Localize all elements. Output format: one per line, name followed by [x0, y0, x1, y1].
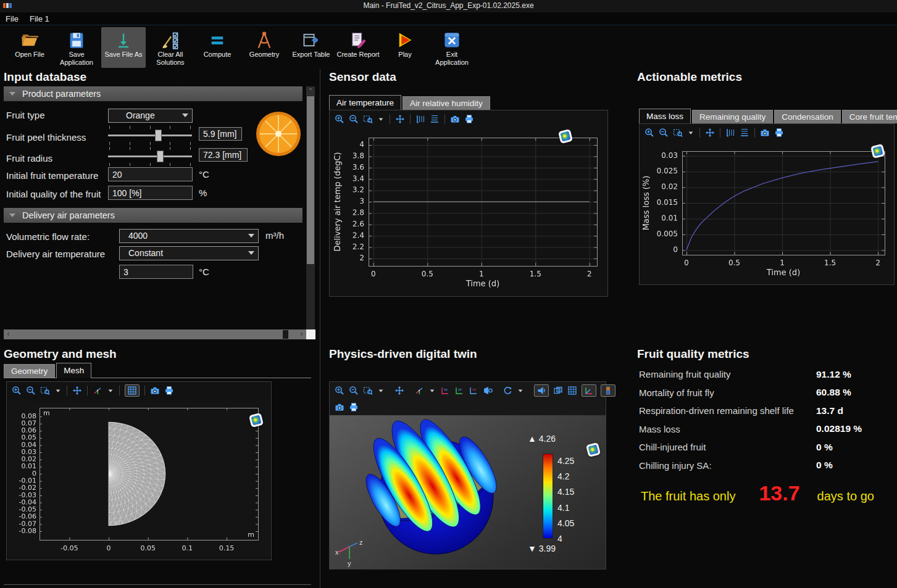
- air-temp-value-input[interactable]: [119, 265, 193, 279]
- menu-item-file[interactable]: File: [0, 12, 24, 25]
- dropdown-caret-icon[interactable]: [54, 387, 62, 394]
- camera-icon[interactable]: [760, 128, 770, 138]
- camera-icon[interactable]: [150, 386, 160, 395]
- fruit-type-select[interactable]: Orange: [108, 109, 193, 123]
- axes-3d-icon[interactable]: [414, 386, 424, 395]
- axes-3d-icon[interactable]: [93, 386, 102, 395]
- zoom-box-icon[interactable]: [363, 386, 373, 395]
- open-file-button[interactable]: Open File: [7, 27, 52, 68]
- dropdown-caret-icon[interactable]: [377, 115, 385, 123]
- clear-all-solutions-button[interactable]: Clear All Solutions: [148, 27, 193, 68]
- zoom-box-icon[interactable]: [40, 386, 50, 395]
- peel-thickness-slider[interactable]: [108, 126, 192, 144]
- scroll-right-button[interactable]: ›: [297, 329, 306, 339]
- legend-toggle-icon[interactable]: [601, 384, 615, 397]
- scroll-up-button[interactable]: ⌃: [306, 86, 315, 96]
- zoom-extents-icon[interactable]: [72, 386, 82, 395]
- scroll-left-button[interactable]: ‹: [4, 329, 13, 339]
- zoom-out-icon[interactable]: [349, 386, 359, 395]
- svg-text:xz: xz: [472, 387, 476, 391]
- toolbar-separator: [720, 128, 720, 138]
- menu-item-file-1[interactable]: File 1: [24, 12, 55, 25]
- transparency-icon[interactable]: [553, 386, 563, 395]
- dropdown-caret-icon[interactable]: [428, 387, 436, 394]
- dropdown-caret-icon[interactable]: [377, 387, 385, 394]
- print-icon[interactable]: [464, 114, 474, 124]
- metrics-tab-mass-loss[interactable]: Mass loss: [639, 109, 691, 124]
- camera-icon[interactable]: [450, 114, 460, 124]
- dropdown-caret-icon[interactable]: [687, 129, 695, 136]
- bottom-rule: [4, 584, 311, 585]
- exit-application-button[interactable]: Exit Application: [430, 27, 474, 68]
- rotate-icon[interactable]: [503, 386, 512, 395]
- flow-rate-select[interactable]: 4000: [119, 229, 259, 243]
- zoom-out-icon[interactable]: [659, 128, 669, 138]
- zoom-box-icon[interactable]: [673, 128, 683, 138]
- zoom-in-icon[interactable]: [12, 386, 22, 395]
- menubar: FileFile 1: [0, 12, 897, 25]
- zoom-extents-icon[interactable]: [395, 114, 405, 124]
- dropdown-caret-icon[interactable]: [517, 387, 524, 394]
- slider-thumb[interactable]: [155, 130, 162, 141]
- y-grid-icon[interactable]: [415, 114, 425, 124]
- y-grid-icon[interactable]: [725, 128, 735, 138]
- play-button[interactable]: Play: [383, 27, 427, 68]
- mesh-plot-canvas[interactable]: [7, 400, 270, 557]
- peel-thickness-value[interactable]: 5.9 [mm]: [199, 127, 242, 141]
- horizontal-scrollbar[interactable]: ‹ ›: [4, 329, 306, 339]
- sensor-tab-air-relative-humidity[interactable]: Air relative humidity: [403, 96, 490, 110]
- alert-days-number: 13.7: [759, 481, 799, 505]
- view-xy-icon[interactable]: xy: [440, 386, 450, 395]
- metrics-tab-core-fruit-temperature[interactable]: Core fruit temperature: [842, 110, 897, 123]
- fruit-radius-value[interactable]: 72.3 [mm]: [199, 148, 248, 162]
- x-grid-icon[interactable]: [740, 128, 749, 138]
- view-xz-icon[interactable]: xz: [469, 386, 478, 395]
- zoom-in-icon[interactable]: [645, 128, 654, 138]
- print-icon[interactable]: [164, 386, 174, 395]
- print-icon[interactable]: [349, 402, 359, 412]
- zoom-box-icon[interactable]: [363, 114, 373, 124]
- section-delivery-air-parameters[interactable]: Delivery air parameters: [4, 208, 302, 223]
- camera-icon[interactable]: [335, 402, 344, 412]
- perspective-icon[interactable]: [483, 386, 493, 395]
- zoom-out-icon[interactable]: [349, 114, 359, 124]
- scrollbar-thumb[interactable]: [283, 330, 288, 339]
- export-table-button[interactable]: Export Table: [289, 27, 333, 68]
- zoom-out-icon[interactable]: [26, 386, 36, 395]
- zoom-extents-icon[interactable]: [394, 386, 404, 395]
- fruit-radius-slider[interactable]: [108, 147, 192, 165]
- grid-toggle-icon[interactable]: [567, 386, 577, 395]
- slider-thumb[interactable]: [157, 151, 164, 162]
- clear-solutions-icon: [161, 30, 180, 51]
- print-icon[interactable]: [774, 128, 784, 138]
- initial-temp-input[interactable]: [108, 167, 193, 181]
- section-product-parameters[interactable]: Product parameters: [4, 86, 302, 101]
- grid-toggle-icon[interactable]: [125, 384, 140, 397]
- scrollbar-thumb[interactable]: [307, 96, 314, 264]
- create-report-button[interactable]: Create Report: [336, 27, 380, 68]
- sensor-tab-air-temperature[interactable]: Air temperature: [329, 95, 401, 110]
- metrics-tab-remaining-quality[interactable]: Remaining quality: [692, 110, 773, 123]
- air-temp-mode-select[interactable]: Constant: [119, 246, 259, 260]
- digital-twin-scene[interactable]: ▲ 4.26 ▼ 3.99 4.254.24.154.14.054 x y z: [330, 415, 606, 569]
- zoom-in-icon[interactable]: [335, 114, 344, 124]
- mass-loss-chart[interactable]: [640, 144, 893, 282]
- geometry-button[interactable]: Geometry: [242, 27, 286, 68]
- dropdown-caret-icon[interactable]: [107, 387, 114, 394]
- air-temperature-chart[interactable]: [332, 130, 606, 293]
- compute-button[interactable]: Compute: [195, 27, 240, 68]
- scene-light-icon[interactable]: [534, 384, 549, 397]
- initial-quality-input[interactable]: [108, 186, 193, 200]
- collapse-triangle-icon: [9, 213, 15, 217]
- vertical-scrollbar[interactable]: ⌃ ⌄: [306, 86, 315, 339]
- save-file-as-button[interactable]: Save File As: [101, 27, 146, 68]
- x-grid-icon[interactable]: [430, 114, 440, 124]
- save-application-button[interactable]: Save Application: [54, 27, 99, 68]
- geometry-mesh-tab-mesh[interactable]: Mesh: [56, 363, 91, 378]
- zoom-extents-icon[interactable]: [705, 128, 715, 138]
- metrics-tab-condensation[interactable]: Condensation: [774, 110, 840, 123]
- zoom-in-icon[interactable]: [335, 386, 344, 395]
- view-yz-icon[interactable]: yz: [454, 386, 464, 395]
- geometry-mesh-tab-geometry[interactable]: Geometry: [4, 364, 55, 378]
- axes-toggle-icon[interactable]: [582, 384, 596, 397]
